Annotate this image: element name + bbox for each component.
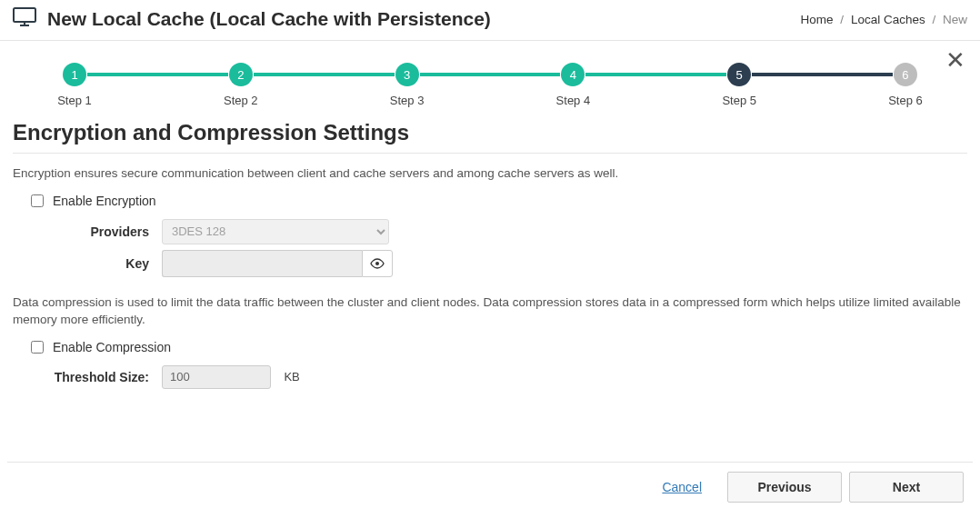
- wizard-footer: Cancel Previous Next: [7, 462, 973, 512]
- step-circle: 6: [894, 63, 917, 86]
- step-3[interactable]: 3Step 3: [395, 63, 420, 107]
- step-circle: 4: [561, 63, 585, 86]
- enable-compression-row[interactable]: Enable Compression: [27, 338, 973, 356]
- wizard-stepper: 1Step 12Step 23Step 34Step 45Step 56Step…: [62, 63, 918, 107]
- step-bar: [585, 73, 726, 76]
- threshold-input[interactable]: [162, 365, 271, 389]
- compression-description: Data compression is used to limit the da…: [13, 294, 967, 329]
- step-label: Step 5: [722, 94, 756, 107]
- step-bar: [752, 73, 893, 76]
- key-input[interactable]: [162, 250, 362, 277]
- step-circle: 1: [63, 63, 86, 86]
- step-label: Step 6: [888, 94, 923, 107]
- step-circle: 2: [229, 63, 253, 86]
- enable-encryption-row[interactable]: Enable Encryption: [27, 192, 973, 210]
- threshold-label: Threshold Size:: [7, 370, 162, 384]
- svg-rect-0: [14, 8, 35, 22]
- section-title: Encryption and Compression Settings: [13, 120, 967, 145]
- providers-select[interactable]: 3DES 128: [162, 219, 389, 244]
- monitor-icon: [13, 7, 36, 31]
- svg-rect-2: [24, 22, 25, 25]
- step-circle: 5: [727, 63, 751, 86]
- eye-icon[interactable]: [362, 250, 393, 277]
- key-label: Key: [7, 256, 162, 271]
- enable-compression-label: Enable Compression: [53, 340, 171, 354]
- cancel-link[interactable]: Cancel: [662, 480, 702, 494]
- page-title: New Local Cache (Local Cache with Persis…: [47, 8, 491, 30]
- enable-encryption-checkbox[interactable]: [31, 194, 44, 207]
- step-bar: [420, 73, 561, 76]
- enable-compression-checkbox[interactable]: [31, 341, 44, 354]
- divider: [13, 153, 967, 154]
- svg-point-3: [375, 262, 379, 265]
- step-bar: [254, 73, 395, 76]
- threshold-unit: KB: [284, 370, 299, 384]
- enable-encryption-label: Enable Encryption: [53, 194, 156, 208]
- step-1[interactable]: 1Step 1: [62, 63, 87, 107]
- next-button[interactable]: Next: [849, 472, 964, 503]
- previous-button[interactable]: Previous: [727, 472, 842, 503]
- step-2[interactable]: 2Step 2: [228, 63, 254, 107]
- step-circle: 3: [395, 63, 419, 86]
- step-label: Step 3: [390, 94, 425, 107]
- breadcrumb-home[interactable]: Home: [801, 13, 834, 26]
- breadcrumb-local-caches[interactable]: Local Caches: [851, 13, 925, 26]
- providers-label: Providers: [7, 224, 162, 239]
- encryption-description: Encryption ensures secure communication …: [13, 164, 967, 183]
- page-header: New Local Cache (Local Cache with Persis…: [0, 0, 980, 41]
- svg-rect-1: [20, 25, 29, 26]
- breadcrumb-current: New: [943, 13, 967, 26]
- step-label: Step 4: [556, 94, 591, 107]
- close-icon[interactable]: ✕: [945, 48, 965, 72]
- step-5[interactable]: 5Step 5: [726, 63, 752, 107]
- breadcrumb: Home / Local Caches / New: [801, 13, 967, 26]
- step-6[interactable]: 6Step 6: [893, 63, 918, 107]
- step-label: Step 1: [57, 94, 92, 107]
- wizard-body: ✕ 1Step 12Step 23Step 34Step 45Step 56St…: [0, 41, 980, 512]
- step-label: Step 2: [224, 94, 258, 107]
- step-4[interactable]: 4Step 4: [560, 63, 585, 107]
- step-bar: [87, 73, 228, 76]
